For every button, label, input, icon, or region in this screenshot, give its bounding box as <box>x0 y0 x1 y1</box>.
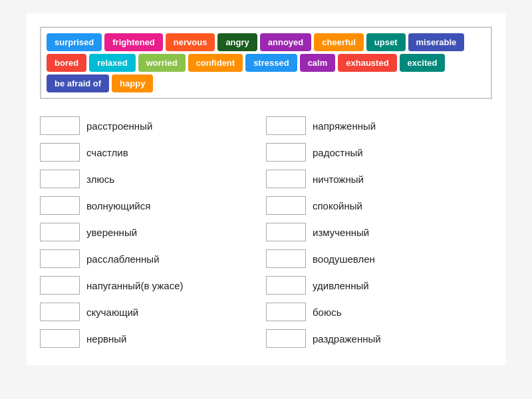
answer-input-left-7[interactable] <box>40 303 80 321</box>
answer-input-right-3[interactable] <box>266 196 306 215</box>
answer-row-right-0: напряженный <box>266 112 492 139</box>
chip-frightened[interactable]: frightened <box>104 33 163 51</box>
chip-confident[interactable]: confident <box>188 54 243 72</box>
answers-section: расстроенныйнапряженныйсчастливрадостный… <box>40 112 492 352</box>
answer-label-left-7: скучающий <box>86 307 138 318</box>
answer-label-left-6: напуганный(в ужасе) <box>86 280 183 291</box>
answer-row-left-3: волнующийся <box>40 192 266 219</box>
answer-label-left-5: расслабленный <box>86 253 160 265</box>
answer-label-left-3: волнующийся <box>86 200 150 211</box>
chip-stressed[interactable]: stressed <box>245 54 297 72</box>
answer-row-left-0: расстроенный <box>40 112 266 139</box>
answer-row-left-8: нервный <box>40 325 266 352</box>
answer-input-right-2[interactable] <box>266 170 306 188</box>
chip-miserable[interactable]: miserable <box>408 33 465 51</box>
answer-row-right-1: радостный <box>266 139 492 166</box>
answer-input-left-1[interactable] <box>40 143 80 162</box>
main-container: surprisedfrightenednervousangryannoyedch… <box>27 13 505 365</box>
answer-label-left-8: нервный <box>86 333 126 344</box>
answer-label-left-1: счастлив <box>86 147 128 158</box>
chip-calm[interactable]: calm <box>300 54 336 72</box>
chip-excited[interactable]: excited <box>400 54 446 72</box>
chip-be-afraid-of[interactable]: be afraid of <box>47 74 109 92</box>
answer-row-left-6: напуганный(в ужасе) <box>40 272 266 299</box>
answer-input-right-6[interactable] <box>266 276 306 295</box>
chip-worried[interactable]: worried <box>138 54 186 72</box>
answer-input-left-6[interactable] <box>40 276 80 295</box>
answer-label-right-3: спокойный <box>313 200 362 211</box>
answer-input-left-5[interactable] <box>40 249 80 268</box>
chip-surprised[interactable]: surprised <box>47 33 102 51</box>
answer-input-left-4[interactable] <box>40 223 80 241</box>
answer-input-right-7[interactable] <box>266 303 306 321</box>
chip-exhausted[interactable]: exhausted <box>338 54 396 72</box>
answer-label-right-5: воодушевлен <box>313 253 375 265</box>
chip-upset[interactable]: upset <box>366 33 406 51</box>
answer-label-right-1: радостный <box>313 147 363 158</box>
answer-row-left-4: уверенный <box>40 219 266 245</box>
answer-row-left-2: злюсь <box>40 166 266 192</box>
answer-input-right-5[interactable] <box>266 249 306 268</box>
answer-row-right-4: измученный <box>266 219 492 245</box>
answer-input-right-1[interactable] <box>266 143 306 162</box>
chip-angry[interactable]: angry <box>217 33 257 51</box>
answer-label-left-0: расстроенный <box>86 120 152 132</box>
answer-label-left-2: злюсь <box>86 174 114 185</box>
answer-label-left-4: уверенный <box>86 227 137 238</box>
answer-label-right-8: раздраженный <box>313 333 381 344</box>
answer-input-right-4[interactable] <box>266 223 306 241</box>
answer-row-right-8: раздраженный <box>266 325 492 352</box>
answer-input-left-0[interactable] <box>40 116 80 135</box>
chip-happy[interactable]: happy <box>112 74 153 92</box>
answer-input-right-0[interactable] <box>266 116 306 135</box>
chip-cheerful[interactable]: cheerful <box>314 33 364 51</box>
answer-row-left-7: скучающий <box>40 299 266 325</box>
chip-annoyed[interactable]: annoyed <box>260 33 311 51</box>
answer-label-right-4: измученный <box>313 227 369 238</box>
answer-input-left-3[interactable] <box>40 196 80 215</box>
chip-nervous[interactable]: nervous <box>166 33 215 51</box>
chip-bored[interactable]: bored <box>47 54 86 72</box>
answer-row-right-6: удивленный <box>266 272 492 299</box>
answer-row-left-1: счастлив <box>40 139 266 166</box>
answer-input-right-8[interactable] <box>266 329 306 348</box>
answer-input-left-8[interactable] <box>40 329 80 348</box>
word-bank: surprisedfrightenednervousangryannoyedch… <box>40 27 492 99</box>
answer-label-right-0: напряженный <box>313 120 376 132</box>
answer-row-right-2: ничтожный <box>266 166 492 192</box>
answer-label-right-6: удивленный <box>313 280 369 291</box>
answer-row-right-7: боюсь <box>266 299 492 325</box>
answer-input-left-2[interactable] <box>40 170 80 188</box>
chip-relaxed[interactable]: relaxed <box>89 54 136 72</box>
answer-row-right-3: спокойный <box>266 192 492 219</box>
answer-label-right-2: ничтожный <box>313 174 364 185</box>
answer-row-left-5: расслабленный <box>40 245 266 272</box>
answer-row-right-5: воодушевлен <box>266 245 492 272</box>
answer-label-right-7: боюсь <box>313 307 342 318</box>
